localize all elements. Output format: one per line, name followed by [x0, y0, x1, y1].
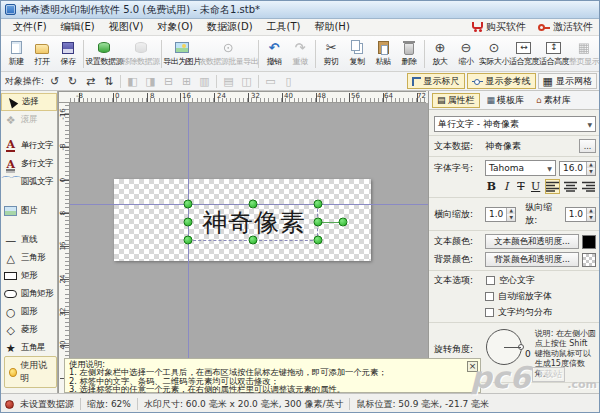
show-grid-toggle[interactable]: ▦显示网格: [538, 73, 597, 89]
activate-software-button[interactable]: 激活软件: [538, 20, 593, 34]
object-ops-label: 对象操作:: [5, 75, 44, 88]
align-right-button[interactable]: [581, 179, 596, 194]
menu-edit[interactable]: 编辑(E): [55, 19, 101, 35]
selection-handle[interactable]: [184, 200, 193, 209]
menu-file[interactable]: 文件(F): [7, 19, 53, 35]
horizontal-ruler: -8 0 8 16 24 32 40 48 56 64 72: [69, 91, 426, 103]
cut-button[interactable]: ✂剪切: [318, 37, 344, 70]
menu-datasource[interactable]: 数据源(D): [201, 19, 259, 35]
workspace[interactable]: 神奇像素: [70, 103, 428, 393]
even-distribution-checkbox[interactable]: [485, 308, 494, 317]
menu-view[interactable]: 视图(V): [103, 19, 150, 35]
font-family-dropdown[interactable]: Tahoma▼: [485, 160, 556, 176]
tool-rounded-rectangle[interactable]: 圆角矩形: [1, 285, 57, 303]
bold-button[interactable]: B: [485, 179, 498, 194]
tool-multi-line-text[interactable]: A多行文字: [1, 155, 57, 173]
align-right-icon: ◨: [143, 74, 158, 88]
tool-single-line-text[interactable]: A单行文字: [1, 137, 57, 155]
full-page-icon: ▦: [576, 40, 593, 55]
zoom-out-button[interactable]: ⊖缩小: [453, 37, 479, 70]
underline-button[interactable]: U: [529, 179, 542, 194]
selection-handle[interactable]: [314, 218, 323, 227]
copy-button[interactable]: 复制: [344, 37, 370, 70]
italic-button[interactable]: I: [500, 179, 513, 194]
show-ruler-toggle[interactable]: 显示标尺: [407, 73, 465, 89]
tool-star[interactable]: ★五角星: [1, 339, 57, 357]
tool-line[interactable]: —直线: [1, 231, 57, 249]
text-data-label: 文本数据:: [434, 140, 482, 153]
vscale-label: 纵向缩放:: [525, 201, 561, 227]
bulb-icon: [9, 368, 17, 377]
object-selector-dropdown[interactable]: 单行文字 - 神奇像素▼: [434, 116, 596, 132]
flip-horizontal-icon[interactable]: ⇄: [83, 74, 98, 88]
status-zoom: 缩放: 62%: [87, 398, 131, 411]
strikethrough-button[interactable]: T: [515, 179, 528, 194]
selection-handle[interactable]: [184, 236, 193, 245]
tab-templates[interactable]: ▦模板库: [482, 93, 530, 108]
tab-properties[interactable]: ▤属性栏: [432, 93, 480, 108]
selection-handle[interactable]: [314, 200, 323, 209]
tool-image[interactable]: 图片: [1, 202, 57, 220]
spinner-down-icon[interactable]: ▼: [587, 168, 595, 175]
align-center-button[interactable]: [563, 179, 578, 194]
dial-handle-dot[interactable]: [518, 344, 524, 350]
spinner-down-icon[interactable]: ▼: [507, 214, 515, 221]
rotate-right-icon[interactable]: ↻: [65, 74, 80, 88]
hscale-spinner[interactable]: 1.0▲▼: [485, 207, 516, 222]
auto-scale-font-checkbox[interactable]: [485, 292, 494, 301]
cursor-icon: [5, 96, 17, 109]
text-data-value[interactable]: 神奇像素: [485, 140, 521, 153]
tool-rectangle[interactable]: 矩形: [1, 267, 57, 285]
selection-handle[interactable]: [249, 236, 258, 245]
tool-arc-text[interactable]: ⌒⌒圆弧文字: [1, 173, 57, 191]
hollow-text-checkbox[interactable]: [486, 276, 495, 285]
selection-handle[interactable]: [184, 218, 193, 227]
tool-diamond[interactable]: ◇菱形: [1, 321, 57, 339]
actual-size-button[interactable]: ⊙实际大小: [479, 37, 509, 70]
selection-handle[interactable]: [314, 236, 323, 245]
tooltip-line: 3. 选择标签中的任意一个元素，在右侧的属性栏里可以调整该元素的属性。: [69, 385, 466, 393]
new-page-icon: [11, 41, 22, 54]
fit-width-button[interactable]: ↔适合宽度: [509, 37, 539, 70]
fit-height-button[interactable]: ↕适合高度: [539, 37, 569, 70]
align-left-button[interactable]: [545, 179, 560, 194]
selection-handle[interactable]: [249, 200, 258, 209]
bg-color-swatch[interactable]: [582, 253, 596, 267]
spinner-down-icon[interactable]: ▼: [587, 214, 595, 221]
text-data-more-button[interactable]: ...: [579, 139, 596, 153]
show-guides-toggle[interactable]: 显示参考线: [467, 73, 536, 89]
flip-vertical-icon[interactable]: ⇅: [101, 74, 116, 88]
bg-color-button[interactable]: 背景颜色和透明度...: [485, 252, 579, 267]
text-color-button[interactable]: 文本颜色和透明度...: [485, 234, 579, 249]
vertical-guide[interactable]: [188, 103, 189, 393]
tool-circle[interactable]: ○圆形: [1, 303, 57, 321]
undo-button[interactable]: ↶撤销: [261, 37, 287, 70]
buy-software-button[interactable]: 购买软件: [472, 20, 526, 34]
zoom-in-icon: ⊕: [431, 40, 448, 55]
save-button[interactable]: 保存: [55, 37, 81, 70]
new-button[interactable]: 新建: [3, 37, 29, 70]
menu-tools[interactable]: 工具(T): [261, 19, 307, 35]
divider: [429, 135, 600, 136]
rotation-label: 旋转角度:: [434, 343, 482, 356]
delete-button[interactable]: 删除: [396, 37, 422, 70]
multi-text-icon: A: [6, 160, 14, 169]
rotation-handle[interactable]: [339, 218, 348, 227]
export-image-button[interactable]: 导出为图片: [164, 37, 201, 70]
rotate-left-icon[interactable]: ↺: [47, 74, 62, 88]
line-icon: —: [3, 233, 18, 247]
vscale-spinner[interactable]: 1.0▲▼: [565, 207, 596, 222]
zoom-in-button[interactable]: ⊕放大: [427, 37, 453, 70]
tab-materials[interactable]: ⌂素材库: [531, 93, 576, 108]
tool-triangle[interactable]: △三角形: [1, 249, 57, 267]
open-button[interactable]: 打开: [29, 37, 55, 70]
help-button[interactable]: 使用说明: [4, 356, 57, 388]
text-color-swatch[interactable]: [582, 235, 596, 249]
paste-button[interactable]: 粘贴: [370, 37, 396, 70]
menu-object[interactable]: 对象(O): [151, 19, 199, 35]
ruler-label: 32: [251, 92, 260, 100]
font-size-spinner[interactable]: 16.0▲▼: [559, 161, 596, 176]
menu-help[interactable]: 帮助(H): [308, 19, 355, 35]
set-datasource-button[interactable]: 设置数据源: [86, 37, 123, 70]
tool-select[interactable]: 选择: [1, 93, 57, 111]
